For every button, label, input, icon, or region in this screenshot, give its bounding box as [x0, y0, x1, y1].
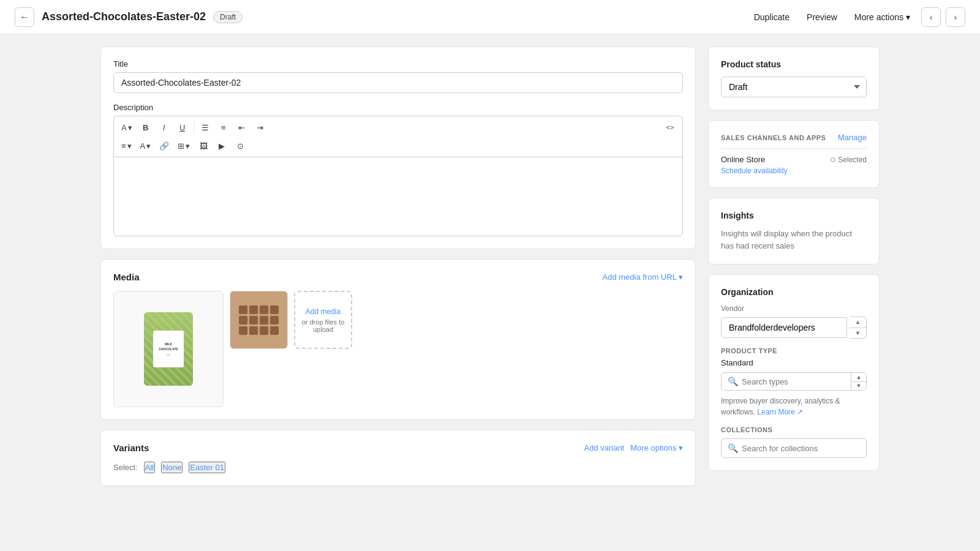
media-item-main[interactable]: Milk Chocolate ••••	[113, 291, 224, 407]
table-button[interactable]: ⊞ ▾	[174, 137, 194, 154]
description-label: Description	[113, 103, 683, 112]
align-chevron-icon: ▾	[127, 141, 132, 151]
media-section-title: Media	[113, 272, 140, 282]
main-layout: Title Description A ▾ B I U ☰	[86, 34, 894, 498]
select-all-button[interactable]: All	[144, 462, 155, 473]
title-input[interactable]	[113, 72, 683, 93]
right-column: Product status Draft Active SALES CHANNE…	[708, 47, 880, 486]
select-row: Select: All None Easter 01	[113, 462, 683, 473]
indent-right-button[interactable]: ⇥	[252, 119, 269, 136]
indent-left-button[interactable]: ⇤	[233, 119, 251, 136]
variants-card: Variants Add variant More options ▾ Sele…	[100, 430, 696, 486]
duplicate-button[interactable]: Duplicate	[748, 9, 796, 26]
vendor-up-icon[interactable]: ▲	[850, 317, 866, 328]
table-icon: ⊞	[178, 141, 184, 151]
media-upload-dropzone[interactable]: Add media or drop files to upload	[294, 291, 352, 349]
vendor-spinner[interactable]: ▲ ▼	[850, 317, 867, 339]
schedule-availability-button[interactable]: Schedule availability	[721, 167, 788, 175]
media-grid: Milk Chocolate ••••	[113, 291, 683, 407]
media-item-thumb[interactable]	[230, 291, 288, 349]
next-nav-button[interactable]: ›	[946, 7, 965, 27]
search-types-row: 🔍 ▲ ▼	[721, 372, 867, 391]
top-bar: ← Assorted-Chocolates-Easter-02 Draft Du…	[0, 0, 980, 34]
product-type-value: Standard	[721, 358, 867, 367]
align-icon: ≡	[121, 141, 126, 151]
title-description-card: Title Description A ▾ B I U ☰	[100, 47, 696, 249]
underline-button[interactable]: U	[174, 119, 191, 136]
vendor-field-wrap: ▲ ▼	[721, 317, 867, 339]
draft-badge: Draft	[213, 11, 243, 23]
search-collections-icon: 🔍	[728, 443, 738, 453]
font-select-button[interactable]: A ▾	[118, 119, 136, 136]
text-color-chevron-icon: ▾	[146, 141, 151, 151]
description-section: Description A ▾ B I U ☰ ≡ ⇤ ⇥	[113, 103, 683, 236]
selected-badge: Selected	[831, 156, 867, 164]
search-types-inner: 🔍	[722, 373, 851, 390]
add-media-link[interactable]: Add media	[306, 307, 341, 316]
status-select[interactable]: Draft Active	[721, 77, 867, 97]
image-insert-button[interactable]: 🖼	[195, 137, 212, 154]
video-insert-button[interactable]: ▶	[213, 137, 230, 154]
media-header: Media Add media from URL ▾	[113, 272, 683, 282]
font-icon: A	[121, 123, 127, 132]
organization-card: Organization Vendor ▲ ▼ PRODUCT TYPE Sta…	[708, 274, 880, 471]
search-collections-input[interactable]	[742, 444, 860, 453]
product-image: Milk Chocolate ••••	[144, 312, 193, 386]
select-label: Select:	[113, 463, 138, 472]
table-chevron-icon: ▾	[186, 141, 190, 151]
thumbnail-image	[230, 291, 287, 348]
types-down-icon[interactable]: ▼	[851, 382, 866, 391]
align-select-button[interactable]: ≡ ▾	[118, 137, 135, 154]
store-row: Online Store Selected	[721, 155, 867, 164]
more-actions-button[interactable]: More actions ▾	[848, 9, 916, 26]
source-code-button[interactable]: <>	[662, 119, 679, 136]
variants-section-title: Variants	[113, 443, 149, 453]
insights-description: Insights will display when the product h…	[721, 228, 867, 252]
prev-nav-button[interactable]: ‹	[921, 7, 941, 27]
select-easter-button[interactable]: Easter 01	[189, 462, 225, 473]
media-card: Media Add media from URL ▾ Milk Chocolat…	[100, 259, 696, 420]
sales-channels-card: SALES CHANNELS AND APPS Manage Online St…	[708, 120, 880, 188]
organization-title: Organization	[721, 287, 867, 297]
sales-channels-label: SALES CHANNELS AND APPS	[721, 134, 826, 141]
more-options-button[interactable]: More options ▾	[630, 443, 683, 452]
font-chevron-icon: ▾	[128, 123, 132, 132]
divider	[721, 148, 867, 149]
ordered-list-button[interactable]: ≡	[215, 119, 232, 136]
add-media-url-button[interactable]: Add media from URL ▾	[602, 272, 683, 282]
back-arrow-icon: ←	[20, 12, 29, 23]
select-none-button[interactable]: None	[161, 462, 183, 473]
sales-channels-header: SALES CHANNELS AND APPS Manage	[721, 133, 867, 142]
collections-search-wrap: 🔍	[721, 438, 867, 458]
types-spinner[interactable]: ▲ ▼	[851, 373, 866, 390]
insights-card: Insights Insights will display when the …	[708, 198, 880, 264]
learn-more-button[interactable]: Learn More ↗	[757, 408, 803, 416]
bullet-list-button[interactable]: ☰	[197, 119, 214, 136]
text-color-button[interactable]: A ▾	[137, 137, 155, 154]
link-button[interactable]: 🔗	[156, 137, 173, 154]
italic-button[interactable]: I	[156, 119, 173, 136]
search-types-input[interactable]	[742, 377, 845, 386]
types-up-icon[interactable]: ▲	[851, 373, 866, 382]
product-type-label: PRODUCT TYPE	[721, 347, 867, 354]
product-status-card: Product status Draft Active	[708, 47, 880, 110]
back-button[interactable]: ←	[15, 7, 34, 27]
editor-toolbar: A ▾ B I U ☰ ≡ ⇤ ⇥ <>	[113, 116, 683, 157]
page-title: Assorted-Chocolates-Easter-02	[42, 10, 206, 23]
text-color-icon: A	[140, 141, 146, 151]
collections-label: COLLECTIONS	[721, 426, 867, 433]
insights-title: Insights	[721, 211, 867, 220]
more-insert-button[interactable]: ⊙	[232, 137, 249, 154]
chevron-down-icon: ▾	[906, 12, 910, 22]
vendor-down-icon[interactable]: ▼	[850, 328, 866, 339]
add-variant-button[interactable]: Add variant	[584, 443, 624, 452]
vendor-input[interactable]	[721, 317, 847, 338]
preview-button[interactable]: Preview	[801, 9, 843, 26]
vendor-label: Vendor	[721, 304, 867, 313]
search-types-icon: 🔍	[728, 377, 738, 386]
variants-actions: Add variant More options ▾	[584, 443, 683, 452]
manage-button[interactable]: Manage	[838, 133, 867, 142]
description-editor[interactable]	[113, 157, 683, 236]
improve-text: Improve buyer discovery, analytics & wor…	[721, 395, 867, 418]
bold-button[interactable]: B	[137, 119, 154, 136]
